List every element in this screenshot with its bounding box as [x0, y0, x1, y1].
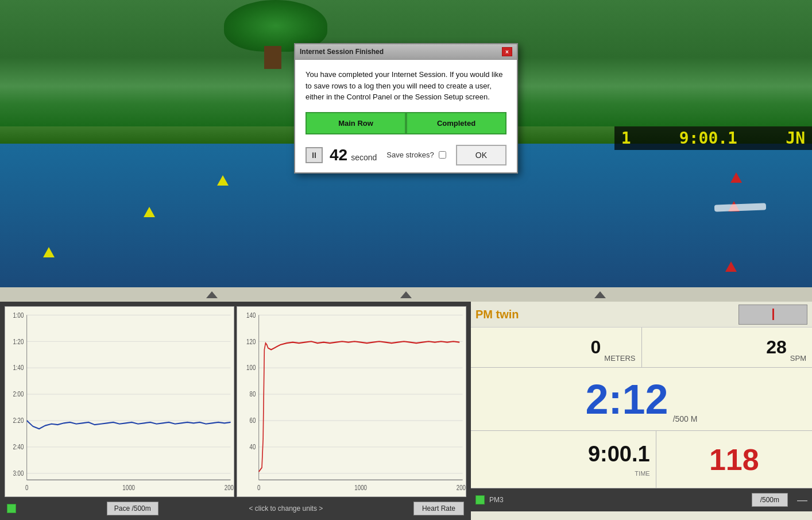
svg-text:1000: 1000	[354, 483, 367, 491]
pm-name: PM3	[489, 496, 504, 504]
pause-icon: ⏸	[310, 151, 318, 160]
click-to-change-text[interactable]: < click to change units >	[249, 504, 323, 513]
hr-cell: 118	[656, 431, 812, 488]
charts-area: 1:00 1:20 1:40 2:00 2:20 2:40 3:00 0 100…	[0, 302, 471, 520]
pm-indicator-bar	[772, 309, 774, 320]
save-strokes-section: Save strokes?	[386, 151, 446, 159]
time-unit: second	[351, 153, 377, 162]
svg-text:1:20: 1:20	[13, 337, 24, 345]
save-strokes-checkbox[interactable]	[439, 151, 446, 159]
svg-text:0: 0	[257, 483, 260, 491]
main-row-button[interactable]: Main Row	[306, 112, 406, 134]
svg-text:3:00: 3:00	[13, 469, 24, 477]
meters-value: 0	[591, 337, 601, 358]
internet-session-dialog: Internet Session Finished × You have com…	[294, 43, 518, 174]
pace-chart-svg: 1:00 1:20 1:40 2:00 2:20 2:40 3:00 0 100…	[5, 307, 234, 496]
pm-indicator	[738, 305, 807, 325]
dialog-overlay: Internet Session Finished × You have com…	[0, 0, 812, 287]
svg-text:80: 80	[250, 390, 256, 398]
pm-green-dot	[475, 495, 485, 504]
meters-cell: 0 METERS	[471, 328, 642, 367]
pm-header: PM twin	[471, 302, 812, 328]
completed-button[interactable]: Completed	[406, 112, 506, 134]
dialog-body: You have completed your Internet Session…	[295, 60, 517, 172]
pm-title: PM twin	[475, 308, 738, 321]
svg-text:40: 40	[250, 443, 256, 451]
time-cell: 9:00.1 TIME	[471, 431, 656, 488]
dialog-bottom-row: ⏸ 42 second Save strokes? OK	[306, 145, 506, 165]
chart-bottom-bar: Pace /500m < click to change units > Hea…	[0, 497, 471, 520]
dialog-message: You have completed your Internet Session…	[306, 69, 506, 103]
svg-text:1:40: 1:40	[13, 364, 24, 372]
svg-text:1:00: 1:00	[13, 311, 24, 319]
svg-text:120: 120	[246, 337, 256, 345]
save-strokes-label: Save strokes?	[386, 151, 434, 159]
svg-text:2:20: 2:20	[13, 417, 24, 425]
pace-cell: 2:12 /500 M	[471, 368, 812, 430]
hr-chart: 140 120 100 80 60 40 0 1000 2000	[237, 306, 466, 497]
svg-text:2000: 2000	[457, 483, 466, 491]
hr-chart-svg: 140 120 100 80 60 40 0 1000 2000	[237, 307, 466, 496]
time-label: TIME	[635, 470, 649, 477]
charts-row: 1:00 1:20 1:40 2:00 2:20 2:40 3:00 0 100…	[0, 302, 471, 497]
dialog-titlebar: Internet Session Finished ×	[295, 44, 517, 60]
pace-value: 2:12	[586, 379, 668, 420]
arrow-up-2[interactable]	[400, 291, 412, 298]
svg-text:2:40: 2:40	[13, 443, 24, 451]
svg-text:60: 60	[250, 417, 256, 425]
time-value: 9:00.1	[588, 442, 650, 467]
spm-label: SPM	[790, 354, 806, 365]
pause-section: ⏸ 42 second	[306, 146, 377, 164]
elapsed-time: 42	[330, 146, 347, 164]
meters-label: METERS	[604, 354, 635, 365]
arrow-up-1[interactable]	[206, 291, 218, 298]
green-indicator	[7, 504, 16, 513]
svg-text:2000: 2000	[225, 483, 234, 491]
panel-content: 1:00 1:20 1:40 2:00 2:20 2:40 3:00 0 100…	[0, 302, 812, 520]
spm-value: 28	[766, 337, 787, 358]
spm-cell: 28 SPM	[642, 328, 813, 367]
bottom-panel: 1:00 1:20 1:40 2:00 2:20 2:40 3:00 0 100…	[0, 287, 812, 520]
panel-arrows	[0, 287, 812, 302]
dialog-title: Internet Session Finished	[300, 48, 384, 56]
svg-text:1000: 1000	[122, 483, 135, 491]
pm-row-time-hr: 9:00.1 TIME 118	[471, 431, 812, 488]
ok-button[interactable]: OK	[456, 145, 506, 165]
pace-chart: 1:00 1:20 1:40 2:00 2:20 2:40 3:00 0 100…	[5, 306, 234, 497]
status-row: Main Row Completed	[306, 112, 506, 134]
pace-label: /500 M	[673, 414, 698, 428]
dialog-close-button[interactable]: ×	[502, 47, 512, 56]
svg-text:100: 100	[246, 364, 256, 372]
pm-display: PM twin 0 METERS 28 SPM 2:12	[471, 302, 812, 520]
pm-row-meters-spm: 0 METERS 28 SPM	[471, 328, 812, 368]
pause-button[interactable]: ⏸	[306, 147, 323, 163]
arrow-up-3[interactable]	[594, 291, 606, 298]
pace-unit-button[interactable]: Pace /500m	[107, 502, 158, 515]
pm-unit-button[interactable]: /500m	[752, 493, 788, 507]
pm-row-pace: 2:12 /500 M	[471, 368, 812, 431]
svg-text:0: 0	[25, 483, 28, 491]
time-display: 42 second	[330, 146, 377, 164]
svg-text:140: 140	[246, 311, 256, 319]
close-icon: ×	[505, 49, 509, 55]
pm-bottom-bar: PM3 /500m —	[471, 488, 812, 511]
hr-value: 118	[709, 442, 759, 477]
heart-rate-button[interactable]: Heart Rate	[413, 502, 464, 515]
svg-text:2:00: 2:00	[13, 390, 24, 398]
pm-dash: —	[797, 494, 807, 506]
